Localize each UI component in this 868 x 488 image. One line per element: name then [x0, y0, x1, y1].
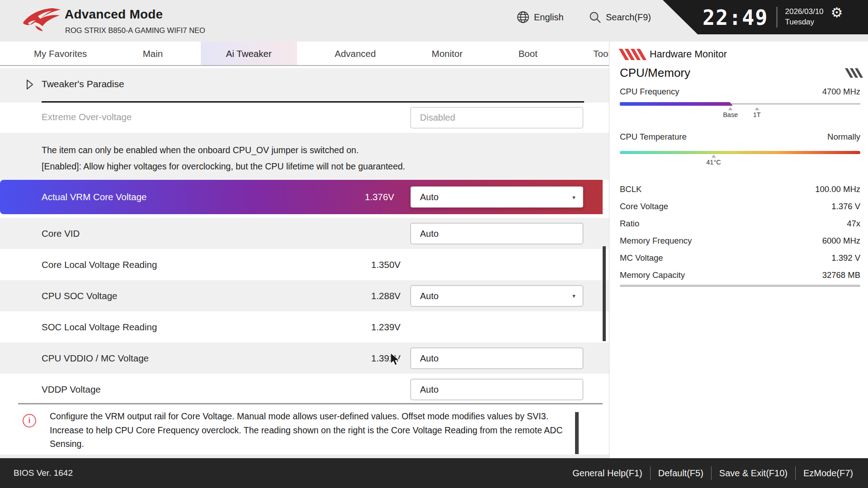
expand-triangle-icon [26, 79, 33, 90]
description-line: [Enabled]: Allow higher voltages for ove… [42, 158, 609, 174]
setting-label: SOC Local Voltage Reading [42, 322, 157, 333]
stat-value: 6000 MHz [822, 236, 860, 246]
cpu-memory-header: CPU/Memory [620, 66, 860, 80]
info-line: Sensing. [50, 437, 563, 451]
cpu-temperature-status: Normally [827, 132, 860, 142]
tab-monitor[interactable]: Monitor [414, 42, 481, 66]
list-scrollbar-thumb[interactable] [603, 246, 606, 341]
rows-divider [18, 403, 603, 404]
stat-value: 32768 MB [822, 270, 860, 280]
tab-boot[interactable]: Boot [500, 42, 556, 66]
setting-label: Actual VRM Core Voltage [42, 192, 146, 202]
search-button[interactable]: Search(F9) [589, 0, 651, 34]
clock-time: 22:49 [703, 5, 768, 29]
cpu-frequency-bar: Base1T [620, 102, 860, 106]
info-text: Configure the VRM output rail for Core V… [50, 409, 563, 451]
language-button[interactable]: English [517, 0, 564, 34]
extreme-over-voltage-select: Disabled [410, 107, 583, 128]
stat-label: Memory Frequency [620, 236, 692, 246]
footer-actions: General Help(F1)Default(F5)Save & Exit(F… [565, 466, 861, 480]
footer-action-general-help-f1-[interactable]: General Help(F1) [565, 468, 650, 479]
setting-row-core-vid[interactable]: Core VIDAuto [0, 218, 609, 249]
setting-control[interactable]: Auto▼ [410, 187, 583, 208]
settings-rows: Actual VRM Core Voltage1.376VAuto▼Core V… [0, 180, 609, 405]
cpu-temperature-row: CPU Temperature Normally [620, 132, 860, 142]
setting-label: CPU SOC Voltage [42, 291, 118, 301]
setting-row-cpu-soc-voltage[interactable]: CPU SOC Voltage1.288VAuto▼ [0, 280, 609, 311]
setting-description: The item can only be enabled when the on… [0, 133, 609, 180]
setting-row-soc-local-voltage-reading[interactable]: SOC Local Voltage Reading1.239V [0, 311, 609, 343]
hardware-monitor-panel: Hardware Monitor CPU/Memory CPU Frequenc… [609, 42, 868, 458]
cpu-frequency-label: CPU Frequency [620, 87, 679, 97]
stat-value: 47x [847, 219, 860, 229]
cpu-temperature-bar: 41°C [620, 151, 860, 154]
marker-temperature: 41°C [706, 155, 721, 166]
stat-value: 1.392 V [831, 253, 860, 263]
marker-1t: 1T [753, 107, 761, 118]
footer-action-ezmode-f7-[interactable]: EzMode(F7) [796, 468, 861, 479]
marker-label: 41°C [706, 159, 721, 166]
setting-value: 1.288V [371, 291, 401, 301]
tab-my-favorites[interactable]: My Favorites [16, 42, 105, 66]
control-value: Auto [420, 384, 439, 394]
stat-value: 1.376 V [831, 202, 860, 211]
stat-label: Memory Capacity [620, 270, 685, 280]
marker-label: Base [723, 111, 738, 118]
footer-action-default-f5-[interactable]: Default(F5) [651, 468, 711, 479]
gray-stripes-icon [848, 68, 860, 78]
info-icon: i [23, 414, 36, 427]
cpu-frequency-row: CPU Frequency 4700 MHz [620, 87, 860, 97]
info-scrollbar[interactable] [575, 412, 579, 454]
stat-row-core-voltage: Core Voltage1.376 V [620, 198, 860, 215]
setting-control[interactable]: Auto [410, 347, 583, 369]
setting-control[interactable]: Auto [410, 223, 583, 244]
stat-row-mc-voltage: MC Voltage1.392 V [620, 249, 860, 267]
tab-advanced[interactable]: Advanced [316, 42, 394, 66]
stat-label: BCLK [620, 184, 642, 194]
section-title: Tweaker's Paradise [42, 79, 124, 89]
setting-control[interactable]: Auto▼ [410, 285, 583, 306]
gear-icon[interactable]: ⚙ [831, 5, 843, 20]
tab-tool[interactable]: Tool [575, 42, 609, 66]
setting-row-vddp-voltage[interactable]: VDDP VoltageAuto [0, 374, 609, 405]
hardware-stats-list: BCLK100.00 MHzCore Voltage1.376 VRatio47… [620, 181, 860, 284]
setting-value: 1.350V [371, 259, 401, 270]
stat-label: MC Voltage [620, 253, 663, 263]
marker-label: 1T [753, 111, 761, 118]
nav-tabs: My FavoritesMainAi TweakerAdvancedMonito… [0, 42, 609, 66]
setting-row-cpu-vddio-mc-voltage[interactable]: CPU VDDIO / MC Voltage1.392VAuto [0, 343, 609, 374]
setting-row-core-local-voltage-reading[interactable]: Core Local Voltage Reading1.350V [0, 249, 609, 280]
page-title: Advanced Mode [65, 7, 163, 22]
control-value: Disabled [420, 113, 455, 123]
bios-version: BIOS Ver. 1642 [14, 468, 73, 478]
marker-triangle-icon [755, 107, 759, 110]
chevron-down-icon: ▼ [571, 293, 576, 299]
marker-base: Base [723, 107, 738, 118]
control-value: Auto [420, 192, 439, 202]
setting-row-actual-vrm-core-voltage[interactable]: Actual VRM Core Voltage1.376VAuto▼ [0, 180, 603, 214]
stat-row-memory-frequency: Memory Frequency6000 MHz [620, 232, 860, 249]
globe-icon [517, 11, 529, 23]
main-content: Tweaker's Paradise Extreme Over-voltage … [0, 66, 609, 458]
setting-control[interactable]: Auto [410, 379, 583, 400]
bar-fill [620, 102, 733, 106]
bottom-bar: BIOS Ver. 1642 General Help(F1)Default(F… [0, 458, 868, 488]
footer-action-save-exit-f10-[interactable]: Save & Exit(F10) [712, 468, 795, 479]
setting-value: 1.376V [365, 192, 394, 202]
setting-row-extreme-over-voltage: Extreme Over-voltage Disabled [0, 103, 609, 133]
info-line: Increase to help CPU Core Frequency over… [50, 423, 563, 437]
stat-value: 100.00 MHz [815, 184, 860, 194]
tab-ai-tweaker[interactable]: Ai Tweaker [201, 42, 297, 66]
section-tweakers-paradise[interactable]: Tweaker's Paradise [0, 68, 609, 103]
clock-block: 22:49 2026/03/10 Tuesday ⚙ [663, 0, 868, 34]
tab-main[interactable]: Main [125, 42, 181, 66]
hardware-monitor-title: Hardware Monitor [650, 49, 727, 60]
chevron-down-icon: ▼ [571, 194, 576, 200]
marker-triangle-icon [728, 107, 733, 110]
info-line: Configure the VRM output rail for Core V… [50, 409, 563, 423]
stat-row-memory-capacity: Memory Capacity32768 MB [620, 267, 860, 284]
language-label: English [534, 12, 564, 23]
stat-row-bclk: BCLK100.00 MHz [620, 181, 860, 198]
setting-value: 1.239V [371, 322, 401, 333]
help-info-block: i Configure the VRM output rail for Core… [0, 408, 609, 458]
